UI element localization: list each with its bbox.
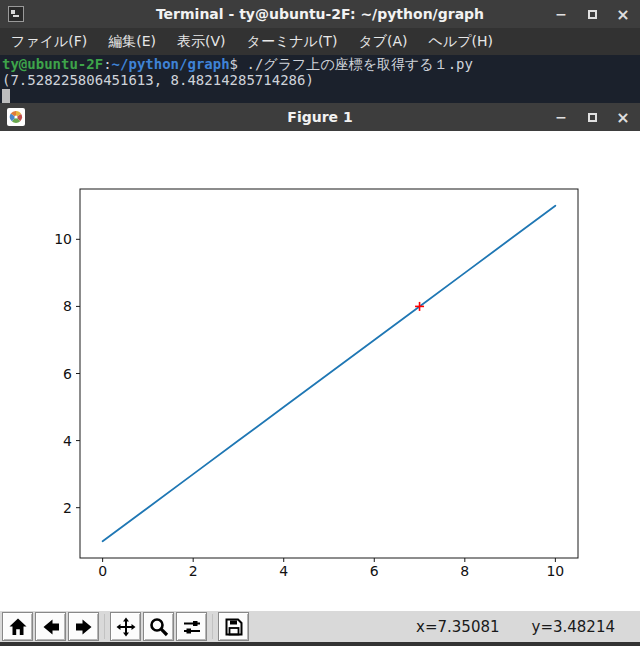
menu-file[interactable]: ファイル(F) xyxy=(2,30,96,54)
back-icon xyxy=(40,616,62,638)
save-button[interactable] xyxy=(218,612,249,641)
prompt-separator: : xyxy=(103,56,111,72)
zoom-button[interactable] xyxy=(143,612,174,641)
figure-close-icon[interactable]: × xyxy=(616,110,630,124)
status-y-coordinate: y=3.48214 xyxy=(532,618,615,636)
svg-text:2: 2 xyxy=(189,563,198,579)
menu-view[interactable]: 表示(V) xyxy=(168,30,235,54)
svg-text:6: 6 xyxy=(370,563,379,579)
svg-text:10: 10 xyxy=(546,563,564,579)
zoom-icon xyxy=(148,616,170,638)
home-icon xyxy=(7,616,29,638)
menu-tabs[interactable]: タブ(A) xyxy=(349,30,416,54)
terminal-window: Terminal - ty@ubuntu-2F: ~/python/graph … xyxy=(0,0,640,103)
figure-window-title: Figure 1 xyxy=(0,109,640,125)
figure-maximize-icon[interactable] xyxy=(585,110,599,124)
forward-icon xyxy=(73,616,95,638)
back-button[interactable] xyxy=(35,612,66,641)
status-x-coordinate: x=7.35081 xyxy=(416,618,499,636)
terminal-titlebar[interactable]: Terminal - ty@ubuntu-2F: ~/python/graph … xyxy=(0,0,640,28)
toolbar-separator xyxy=(209,612,216,641)
terminal-menubar: ファイル(F) 編集(E) 表示(V) ターミナル(T) タブ(A) ヘルプ(H… xyxy=(0,28,640,55)
terminal-app-icon xyxy=(7,5,25,23)
pan-icon xyxy=(115,616,137,638)
terminal-cursor-line xyxy=(2,88,640,104)
svg-text:2: 2 xyxy=(63,500,72,516)
terminal-output-area[interactable]: ty@ubuntu-2F:~/python/graph$ ./グラフ上の座標を取… xyxy=(0,55,640,103)
terminal-output-line: (7.528225806451613, 8.48214285714286) xyxy=(2,72,640,88)
terminal-window-title: Terminal - ty@ubuntu-2F: ~/python/graph xyxy=(0,6,640,22)
prompt-user-host: ty@ubuntu-2F xyxy=(2,56,103,72)
svg-text:4: 4 xyxy=(63,433,72,449)
home-button[interactable] xyxy=(2,612,33,641)
menu-help[interactable]: ヘルプ(H) xyxy=(420,30,502,54)
svg-text:0: 0 xyxy=(98,563,107,579)
terminal-minimize-icon[interactable]: − xyxy=(554,7,568,21)
toolbar-separator xyxy=(101,612,108,641)
prompt-path: ~/python/graph xyxy=(112,56,230,72)
pan-button[interactable] xyxy=(110,612,141,641)
save-icon xyxy=(223,616,245,638)
terminal-prompt-line: ty@ubuntu-2F:~/python/graph$ ./グラフ上の座標を取… xyxy=(2,56,640,72)
svg-text:6: 6 xyxy=(63,366,72,382)
terminal-close-icon[interactable]: × xyxy=(616,7,630,21)
svg-text:10: 10 xyxy=(54,231,72,247)
prompt-dollar: $ xyxy=(230,56,238,72)
terminal-maximize-icon[interactable] xyxy=(585,7,599,21)
figure-minimize-icon[interactable]: − xyxy=(554,110,568,124)
svg-text:4: 4 xyxy=(279,563,288,579)
figure-canvas-svg[interactable]: 0246810246810 xyxy=(0,131,640,611)
figure-window: Figure 1 − × 0246810246810 xyxy=(0,103,640,646)
menu-terminal[interactable]: ターミナル(T) xyxy=(238,30,347,54)
matplotlib-app-icon xyxy=(7,108,25,126)
svg-text:8: 8 xyxy=(63,298,72,314)
figure-titlebar[interactable]: Figure 1 − × xyxy=(0,103,640,131)
terminal-command: ./グラフ上の座標を取得する１.py xyxy=(246,56,472,72)
menu-edit[interactable]: 編集(E) xyxy=(99,30,165,54)
configure-subplots-button[interactable] xyxy=(176,612,207,641)
forward-button[interactable] xyxy=(68,612,99,641)
figure-toolbar: x=7.35081 y=3.48214 xyxy=(0,611,640,642)
figure-canvas[interactable]: 0246810246810 xyxy=(0,131,640,611)
configure-subplots-icon xyxy=(181,616,203,638)
window-bottom-border xyxy=(0,642,640,646)
svg-text:8: 8 xyxy=(460,563,469,579)
terminal-cursor xyxy=(2,89,10,103)
